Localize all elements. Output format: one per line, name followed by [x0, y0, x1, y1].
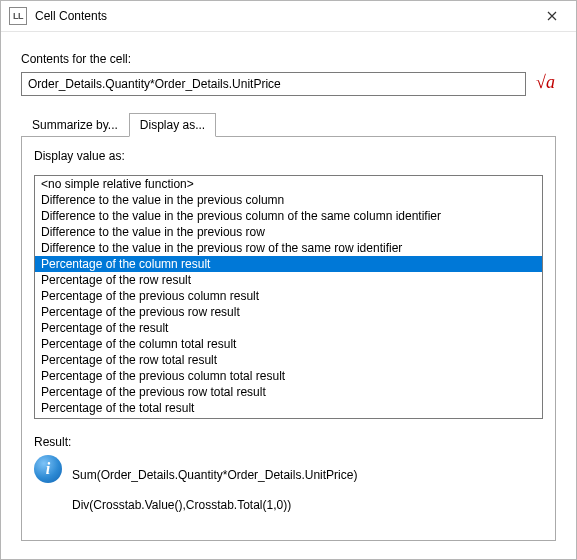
dialog-window: LL Cell Contents Contents for the cell: …: [0, 0, 577, 560]
display-option-item[interactable]: Percentage of the result: [35, 320, 542, 336]
dialog-content: Contents for the cell: √a Summarize by..…: [1, 32, 576, 553]
result-text: Sum(Order_Details.Quantity*Order_Details…: [72, 453, 357, 528]
display-option-item[interactable]: Difference to the value in the previous …: [35, 240, 542, 256]
contents-label: Contents for the cell:: [21, 52, 556, 66]
tab-summarize-by[interactable]: Summarize by...: [21, 113, 129, 137]
display-option-item[interactable]: Percentage of the previous column result: [35, 288, 542, 304]
display-option-item[interactable]: Percentage of the previous column total …: [35, 368, 542, 384]
display-option-item[interactable]: Difference to the value in the previous …: [35, 192, 542, 208]
display-as-panel: Display value as: <no simple relative fu…: [21, 137, 556, 541]
tab-display-as[interactable]: Display as...: [129, 113, 216, 137]
titlebar: LL Cell Contents: [1, 1, 576, 32]
dialog-title: Cell Contents: [35, 9, 530, 23]
result-section: Result: i Sum(Order_Details.Quantity*Ord…: [34, 429, 543, 528]
display-option-item[interactable]: <no simple relative function>: [35, 176, 542, 192]
info-icon: i: [34, 455, 62, 483]
display-option-item[interactable]: Percentage of the previous row result: [35, 304, 542, 320]
display-option-item[interactable]: Difference to the value in the previous …: [35, 224, 542, 240]
formula-editor-icon[interactable]: √a: [536, 72, 556, 96]
result-line-1: Sum(Order_Details.Quantity*Order_Details…: [72, 468, 357, 483]
result-line-2: Div(Crosstab.Value(),Crosstab.Total(1,0)…: [72, 498, 357, 513]
display-option-item[interactable]: Percentage of the total result: [35, 400, 542, 416]
app-icon: LL: [9, 7, 27, 25]
expression-input[interactable]: [21, 72, 526, 96]
display-option-item[interactable]: Percentage of the previous row total res…: [35, 384, 542, 400]
display-option-item[interactable]: Percentage of the column result: [35, 256, 542, 272]
display-option-item[interactable]: Percentage of the row result: [35, 272, 542, 288]
tabstrip: Summarize by... Display as...: [21, 112, 556, 137]
button-bar: ? OK Cancel: [1, 553, 576, 560]
display-value-as-label: Display value as:: [34, 149, 543, 163]
display-option-item[interactable]: Percentage of the row total result: [35, 352, 542, 368]
display-option-item[interactable]: Difference to the value in the previous …: [35, 208, 542, 224]
result-row: i Sum(Order_Details.Quantity*Order_Detai…: [34, 453, 543, 528]
display-options-list[interactable]: <no simple relative function>Difference …: [34, 175, 543, 419]
close-button[interactable]: [530, 1, 574, 31]
expression-row: √a: [21, 72, 556, 96]
display-option-item[interactable]: Percentage of the column total result: [35, 336, 542, 352]
result-label: Result:: [34, 435, 543, 449]
close-icon: [547, 11, 557, 21]
